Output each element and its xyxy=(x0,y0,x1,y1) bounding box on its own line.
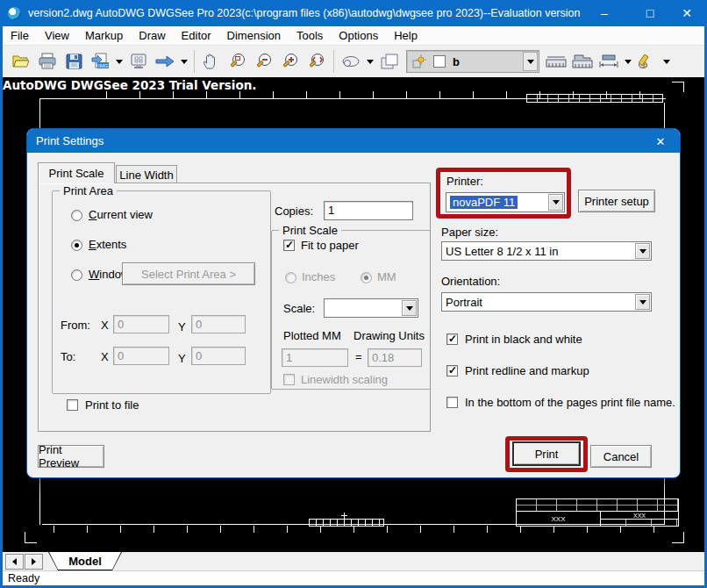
redline-markup-label[interactable]: Print redline and markup xyxy=(465,364,589,377)
tab-print-scale[interactable]: Print Scale xyxy=(38,162,115,183)
export-dropdown-arrow-icon[interactable] xyxy=(116,60,123,64)
print-settings-dialog: Print Settings ✕ Print Scale Line Width … xyxy=(26,128,681,478)
window-title: version2.dwg AutoDWG DWGSee Pro 2023(c:\… xyxy=(28,7,580,19)
paper-size-combo-value: US Letter 8 1/2 x 11 in xyxy=(446,245,558,258)
view-layout-button[interactable] xyxy=(125,49,152,74)
orbit-button[interactable] xyxy=(338,49,364,74)
maximize-button[interactable]: □ xyxy=(632,0,668,26)
zoom-window-button[interactable] xyxy=(225,49,251,74)
layers-icon xyxy=(379,53,400,70)
model-tab[interactable]: Model xyxy=(48,552,122,570)
print-button[interactable]: Print xyxy=(512,441,581,466)
left-arrow-icon xyxy=(12,558,17,565)
status-text: Ready xyxy=(8,572,39,584)
print-preview-button[interactable]: Print Preview xyxy=(38,445,104,468)
scale-bar xyxy=(309,519,384,527)
export-image-button[interactable]: IMG xyxy=(87,49,113,74)
menu-help[interactable]: Help xyxy=(386,26,425,46)
menu-view[interactable]: View xyxy=(37,26,77,46)
pencil-icon xyxy=(637,53,658,70)
tab-line-width[interactable]: Line Width xyxy=(116,165,177,183)
toolbar-separator xyxy=(194,50,195,73)
ruler-ticks-bottom xyxy=(54,526,665,533)
paper-size-combo[interactable]: US Letter 8 1/2 x 11 in xyxy=(441,241,652,261)
pan-button[interactable] xyxy=(198,49,225,74)
ruler-icon xyxy=(545,54,568,69)
monitor-icon xyxy=(129,53,148,70)
svg-text:IMG: IMG xyxy=(98,63,109,68)
pen-dropdown-arrow-icon[interactable] xyxy=(663,60,670,64)
toolbar-separator xyxy=(333,50,334,73)
print-button-toolbar[interactable] xyxy=(34,49,61,74)
menu-dimension[interactable]: Dimension xyxy=(219,26,289,46)
menu-editor[interactable]: Editor xyxy=(174,26,219,46)
zoom-in-icon xyxy=(281,53,300,71)
cancel-button[interactable]: Cancel xyxy=(590,445,652,468)
layer-combo-dropdown-icon[interactable] xyxy=(523,52,538,71)
dimension-button[interactable] xyxy=(596,49,622,74)
corner-mark-top-right-v xyxy=(683,82,684,92)
printer-label: Printer: xyxy=(446,175,483,188)
open-file-button[interactable] xyxy=(8,49,34,74)
paper-size-combo-dropdown-icon[interactable] xyxy=(635,243,650,259)
menu-file[interactable]: File xyxy=(3,26,37,46)
corner-mark-top-right-h xyxy=(672,82,684,82)
export-image-icon: IMG xyxy=(90,53,110,70)
sheet-next-button[interactable] xyxy=(25,554,43,570)
dialog-close-icon[interactable]: ✕ xyxy=(652,133,669,150)
zoom-extents-button[interactable] xyxy=(304,49,330,74)
minimize-button[interactable]: – xyxy=(586,0,623,26)
layer-style-combo[interactable]: b xyxy=(406,50,539,73)
dialog-title: Print Settings xyxy=(36,134,104,147)
tab-page xyxy=(38,183,431,432)
title-block-value-left: XXX xyxy=(517,512,601,526)
orientation-combo-dropdown-icon[interactable] xyxy=(635,294,650,310)
zoom-out-icon xyxy=(254,53,274,71)
layer-style-value: b xyxy=(453,55,460,68)
sheet-prev-button[interactable] xyxy=(5,554,24,570)
orientation-label: Orientation: xyxy=(441,275,500,288)
orbit-dropdown-arrow-icon[interactable] xyxy=(367,60,374,64)
forward-arrow-icon xyxy=(154,54,175,69)
menu-tools[interactable]: Tools xyxy=(289,26,331,46)
redline-markup-checkbox[interactable] xyxy=(446,365,458,376)
color-swatch xyxy=(433,55,446,68)
markup-pen-button[interactable] xyxy=(634,49,661,74)
print-filename-label[interactable]: In the bottom of the pages print file na… xyxy=(465,396,675,409)
dimension-dropdown-arrow-icon[interactable] xyxy=(625,60,632,64)
paper-size-label: Paper size: xyxy=(441,226,498,239)
printer-setup-button[interactable]: Printer setup xyxy=(578,190,655,212)
zoom-extents-icon xyxy=(307,53,326,71)
menu-markup[interactable]: Markup xyxy=(77,26,131,46)
model-tab-label[interactable]: Model xyxy=(49,552,121,570)
measure-distance-button[interactable] xyxy=(543,49,569,74)
menu-draw[interactable]: Draw xyxy=(131,26,173,46)
app-logo-icon xyxy=(8,7,21,20)
orientation-combo-value: Portrait xyxy=(446,296,482,309)
close-button[interactable]: ✕ xyxy=(668,0,705,26)
view-dropdown-arrow-icon[interactable] xyxy=(181,60,188,64)
save-floppy-icon xyxy=(65,53,83,70)
orientation-combo[interactable]: Portrait xyxy=(441,292,652,312)
title-bar: version2.dwg AutoDWG DWGSee Pro 2023(c:\… xyxy=(0,0,707,26)
printer-combo[interactable]: novaPDF 11 xyxy=(446,192,565,212)
print-filename-checkbox[interactable] xyxy=(446,397,458,408)
black-white-checkbox[interactable] xyxy=(446,333,458,345)
toolbar: IMG xyxy=(3,46,704,77)
save-button[interactable] xyxy=(61,49,87,74)
layer-color-icon xyxy=(412,54,426,68)
printer-combo-dropdown-icon[interactable] xyxy=(548,194,563,211)
measure-area-button[interactable] xyxy=(569,49,596,74)
drawing-table-band xyxy=(526,94,663,103)
area-ruler-icon xyxy=(571,54,594,69)
trial-version-watermark: AutoDWG DWGSee 2023 Trial Version. xyxy=(3,78,257,92)
corner-mark-bottom-right-h xyxy=(672,542,684,543)
layers-button[interactable] xyxy=(376,49,403,74)
menu-options[interactable]: Options xyxy=(331,26,386,46)
zoom-in-button[interactable] xyxy=(277,49,304,74)
dimension-icon xyxy=(597,54,620,69)
next-view-button[interactable] xyxy=(152,49,178,74)
black-white-label[interactable]: Print in black and white xyxy=(465,333,582,346)
zoom-out-button[interactable] xyxy=(251,49,277,74)
title-block-right: XXX xyxy=(601,512,678,526)
